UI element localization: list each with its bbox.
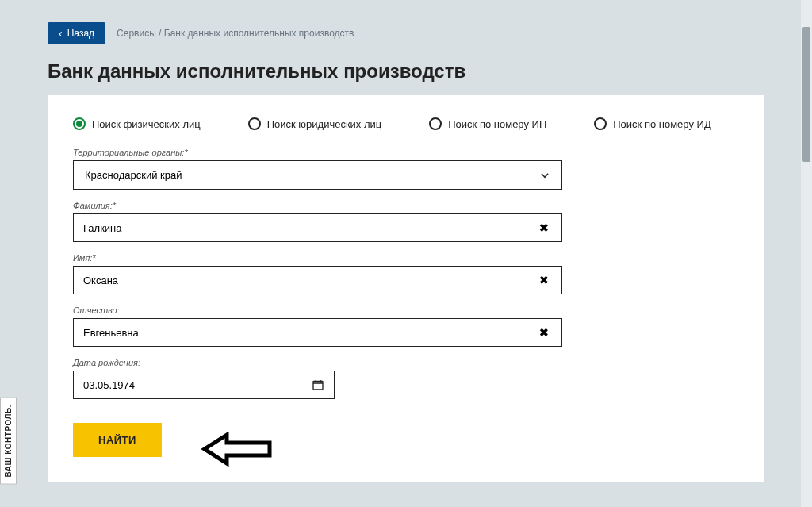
breadcrumb: Сервисы / Банк данных исполнительных про… [117, 28, 354, 39]
radio-label: Поиск по номеру ИД [613, 118, 710, 130]
chevron-left-icon: ‹ [59, 28, 63, 39]
name-input[interactable] [83, 275, 536, 286]
radio-id-number[interactable]: Поиск по номеру ИД [594, 117, 710, 130]
radio-icon [594, 117, 607, 130]
dob-input[interactable] [83, 379, 312, 391]
territory-select[interactable]: Краснодарский край [73, 160, 562, 190]
radio-icon [73, 117, 86, 130]
back-label: Назад [67, 28, 94, 39]
calendar-icon[interactable] [312, 378, 324, 391]
feedback-tab[interactable]: ВАШ КОНТРОЛЬ. [0, 398, 17, 485]
radio-legal[interactable]: Поиск юридических лиц [248, 117, 382, 130]
search-card: Поиск физических лиц Поиск юридических л… [48, 95, 764, 482]
radio-icon [429, 117, 442, 130]
territory-value: Краснодарский край [85, 169, 182, 181]
radio-label: Поиск юридических лиц [267, 118, 382, 130]
page-title: Банк данных исполнительных производств [0, 44, 812, 95]
svg-point-1 [320, 380, 322, 382]
patronymic-label: Отчество: [73, 305, 739, 315]
radio-ip-number[interactable]: Поиск по номеру ИП [429, 117, 546, 130]
territory-label: Территориальные органы:* [73, 148, 739, 157]
radio-icon [248, 117, 261, 130]
name-label: Имя:* [73, 253, 739, 263]
radio-individuals[interactable]: Поиск физических лиц [73, 117, 201, 130]
search-type-radios: Поиск физических лиц Поиск юридических л… [73, 117, 739, 130]
scrollbar-track[interactable] [801, 0, 812, 507]
clear-icon[interactable]: ✖ [536, 326, 552, 339]
dob-label: Дата рождения: [73, 358, 739, 367]
clear-icon[interactable]: ✖ [536, 274, 552, 286]
submit-button[interactable]: НАЙТИ [73, 423, 162, 457]
radio-label: Поиск физических лиц [92, 118, 201, 130]
name-input-wrap: ✖ [73, 266, 562, 294]
dob-input-wrap [73, 371, 335, 399]
surname-input[interactable] [83, 222, 536, 234]
chevron-down-icon [539, 170, 550, 181]
surname-input-wrap: ✖ [73, 213, 562, 242]
scrollbar-thumb[interactable] [802, 27, 810, 162]
back-button[interactable]: ‹ Назад [48, 22, 105, 44]
patronymic-input[interactable] [83, 327, 536, 339]
patronymic-input-wrap: ✖ [73, 318, 562, 347]
radio-label: Поиск по номеру ИП [448, 118, 546, 130]
clear-icon[interactable]: ✖ [536, 221, 552, 234]
surname-label: Фамилия:* [73, 201, 739, 210]
